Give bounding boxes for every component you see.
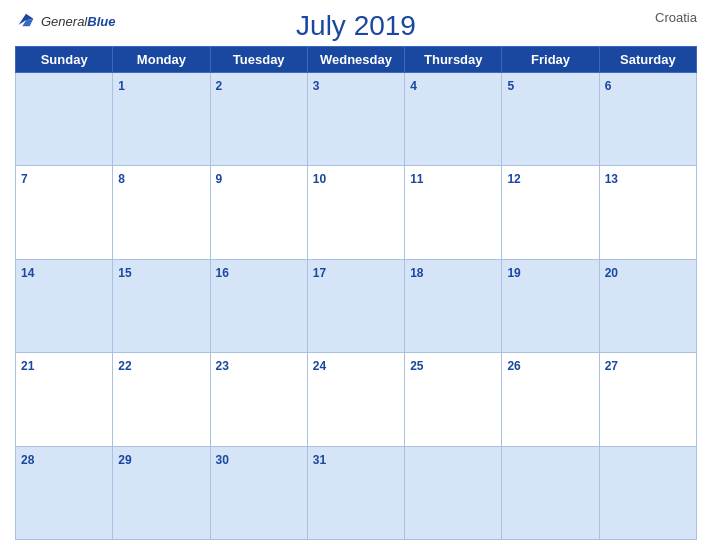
calendar-cell: 17 (307, 259, 404, 352)
calendar-week-row: 28293031 (16, 446, 697, 539)
day-number: 8 (118, 172, 125, 186)
calendar-cell: 31 (307, 446, 404, 539)
calendar-cell: 4 (405, 73, 502, 166)
calendar-cell (16, 73, 113, 166)
day-number: 19 (507, 266, 520, 280)
day-number: 24 (313, 359, 326, 373)
header-tuesday: Tuesday (210, 47, 307, 73)
calendar-cell: 24 (307, 353, 404, 446)
day-number: 23 (216, 359, 229, 373)
calendar-cell: 2 (210, 73, 307, 166)
day-number: 10 (313, 172, 326, 186)
logo-icon (15, 10, 37, 32)
day-number: 31 (313, 453, 326, 467)
day-number: 28 (21, 453, 34, 467)
calendar-cell: 10 (307, 166, 404, 259)
calendar-cell (599, 446, 696, 539)
calendar-cell: 29 (113, 446, 210, 539)
day-number: 29 (118, 453, 131, 467)
day-number: 1 (118, 79, 125, 93)
calendar-cell: 18 (405, 259, 502, 352)
country-label: Croatia (655, 10, 697, 25)
calendar-cell: 25 (405, 353, 502, 446)
calendar-cell: 13 (599, 166, 696, 259)
header-sunday: Sunday (16, 47, 113, 73)
calendar-cell: 26 (502, 353, 599, 446)
calendar-week-row: 14151617181920 (16, 259, 697, 352)
header-friday: Friday (502, 47, 599, 73)
calendar-cell: 8 (113, 166, 210, 259)
calendar-cell (502, 446, 599, 539)
calendar-week-row: 78910111213 (16, 166, 697, 259)
calendar-cell (405, 446, 502, 539)
header-saturday: Saturday (599, 47, 696, 73)
day-number: 16 (216, 266, 229, 280)
calendar-cell: 20 (599, 259, 696, 352)
day-number: 22 (118, 359, 131, 373)
day-number: 13 (605, 172, 618, 186)
header-wednesday: Wednesday (307, 47, 404, 73)
calendar-table: Sunday Monday Tuesday Wednesday Thursday… (15, 46, 697, 540)
calendar-cell: 12 (502, 166, 599, 259)
header-monday: Monday (113, 47, 210, 73)
calendar-cell: 1 (113, 73, 210, 166)
header-thursday: Thursday (405, 47, 502, 73)
calendar-cell: 11 (405, 166, 502, 259)
calendar-week-row: 21222324252627 (16, 353, 697, 446)
day-number: 25 (410, 359, 423, 373)
day-number: 21 (21, 359, 34, 373)
calendar-cell: 9 (210, 166, 307, 259)
calendar-cell: 30 (210, 446, 307, 539)
weekday-header-row: Sunday Monday Tuesday Wednesday Thursday… (16, 47, 697, 73)
calendar-container: GeneralBlue July 2019 Croatia Sunday Mon… (0, 0, 712, 550)
header-row: GeneralBlue July 2019 Croatia (15, 10, 697, 42)
day-number: 14 (21, 266, 34, 280)
calendar-cell: 7 (16, 166, 113, 259)
calendar-cell: 28 (16, 446, 113, 539)
day-number: 26 (507, 359, 520, 373)
calendar-cell: 23 (210, 353, 307, 446)
calendar-cell: 3 (307, 73, 404, 166)
day-number: 6 (605, 79, 612, 93)
calendar-cell: 6 (599, 73, 696, 166)
calendar-cell: 27 (599, 353, 696, 446)
calendar-cell: 15 (113, 259, 210, 352)
calendar-cell: 16 (210, 259, 307, 352)
logo-area: GeneralBlue (15, 10, 115, 32)
calendar-cell: 14 (16, 259, 113, 352)
calendar-cell: 19 (502, 259, 599, 352)
day-number: 17 (313, 266, 326, 280)
calendar-title: July 2019 (296, 10, 416, 42)
day-number: 5 (507, 79, 514, 93)
logo-general: GeneralBlue (41, 12, 115, 30)
day-number: 9 (216, 172, 223, 186)
day-number: 27 (605, 359, 618, 373)
calendar-cell: 21 (16, 353, 113, 446)
day-number: 15 (118, 266, 131, 280)
calendar-cell: 22 (113, 353, 210, 446)
day-number: 2 (216, 79, 223, 93)
day-number: 3 (313, 79, 320, 93)
day-number: 11 (410, 172, 423, 186)
calendar-week-row: 123456 (16, 73, 697, 166)
day-number: 30 (216, 453, 229, 467)
day-number: 7 (21, 172, 28, 186)
day-number: 4 (410, 79, 417, 93)
day-number: 18 (410, 266, 423, 280)
day-number: 12 (507, 172, 520, 186)
calendar-cell: 5 (502, 73, 599, 166)
day-number: 20 (605, 266, 618, 280)
